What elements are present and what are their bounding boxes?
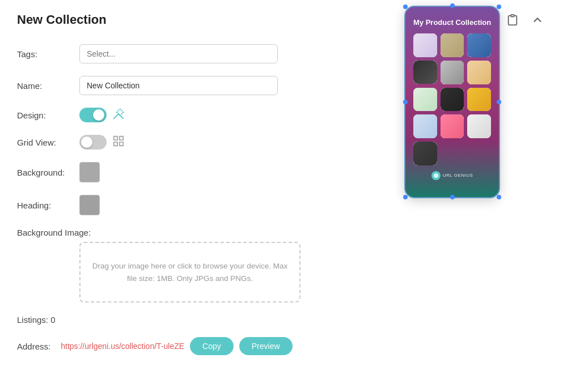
handle-ml[interactable] <box>403 100 408 104</box>
product-grid <box>413 33 491 165</box>
design-toggle[interactable] <box>79 108 107 122</box>
svg-rect-4 <box>120 142 123 146</box>
svg-rect-3 <box>114 142 117 146</box>
list-item[interactable] <box>441 33 464 57</box>
handle-bc[interactable] <box>450 195 455 199</box>
phone-mockup: My Product Collection <box>404 6 500 198</box>
grid-view-label: Grid View: <box>17 138 79 147</box>
preview-button[interactable]: Preview <box>239 337 293 355</box>
svg-rect-2 <box>120 137 123 140</box>
list-item[interactable] <box>467 61 491 84</box>
list-item[interactable] <box>467 88 491 112</box>
name-label: Name: <box>17 81 79 91</box>
urlgenius-footer: URL GENIUS <box>413 171 491 180</box>
grid-icon[interactable] <box>112 135 125 150</box>
list-item[interactable] <box>413 142 437 165</box>
list-item[interactable] <box>467 114 491 138</box>
tags-label: Tags: <box>17 49 79 59</box>
listings-count-value: 0 <box>50 315 55 325</box>
tags-input[interactable] <box>79 44 278 63</box>
list-item[interactable] <box>441 114 464 138</box>
design-label: Design: <box>17 110 79 120</box>
heading-label: Heading: <box>17 201 79 210</box>
svg-point-5 <box>434 173 438 178</box>
name-input[interactable] <box>79 76 278 95</box>
list-item[interactable] <box>467 33 491 57</box>
listings-label: Listings: 0 <box>17 315 56 325</box>
collection-title: My Product Collection <box>413 18 491 27</box>
list-item[interactable] <box>413 114 437 138</box>
bg-image-placeholder-text: Drag your image here or click to browse … <box>92 262 287 283</box>
handle-br[interactable] <box>497 195 501 199</box>
heading-color-swatch[interactable] <box>79 195 100 215</box>
preview-panel: My Product Collection <box>404 6 540 198</box>
urlgenius-logo-icon <box>431 171 441 180</box>
list-item[interactable] <box>413 88 437 112</box>
list-item[interactable] <box>441 88 464 112</box>
address-label: Address: <box>17 342 50 351</box>
grid-view-toggle[interactable] <box>79 135 107 150</box>
handle-tr[interactable] <box>497 5 501 9</box>
bg-image-label: Background Image: <box>17 228 546 237</box>
handle-bl[interactable] <box>403 195 408 199</box>
list-item[interactable] <box>413 33 437 57</box>
background-image-dropzone[interactable]: Drag your image here or click to browse … <box>79 242 300 302</box>
page-title: New Collection <box>17 12 107 27</box>
copy-button[interactable]: Copy <box>190 337 234 355</box>
list-item[interactable] <box>413 61 437 84</box>
background-color-swatch[interactable] <box>79 162 100 182</box>
background-label: Background: <box>17 168 79 177</box>
svg-rect-1 <box>114 137 117 140</box>
urlgenius-text: URL GENIUS <box>443 173 473 178</box>
address-url[interactable]: https://urlgeni.us/collection/T-uleZE <box>61 342 184 351</box>
handle-mr[interactable] <box>497 100 501 104</box>
magic-wand-icon[interactable] <box>112 108 125 122</box>
list-item[interactable] <box>441 61 464 84</box>
handle-tl[interactable] <box>403 5 408 9</box>
